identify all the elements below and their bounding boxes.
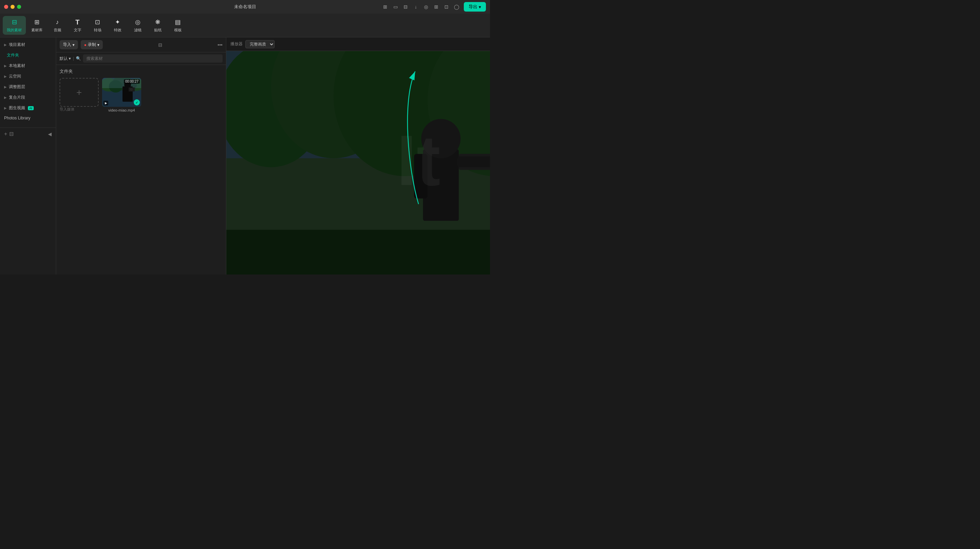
filter-settings-button[interactable]: ⊟: [158, 42, 162, 48]
record-button[interactable]: ● 录制 ▾: [81, 40, 103, 49]
search-bar: 默认 ▾ | 🔍: [56, 52, 226, 65]
filter-label: 滤镜: [134, 27, 142, 33]
titlebar-actions: ⊞ ▭ ⊟ ↓ ◎ ⊞ ⊡ ◯ 导出 ▾: [382, 2, 486, 11]
video-type-icon: ▶: [103, 101, 108, 105]
export-button[interactable]: 导出 ▾: [464, 2, 486, 11]
media-grid: + 导入媒体: [60, 78, 223, 112]
template-label: 模板: [174, 27, 182, 33]
svg-point-10: [130, 88, 133, 91]
effects-label: 特效: [114, 27, 121, 33]
media-add-item: + 导入媒体: [60, 78, 99, 112]
chevron-right-icon-adj: ▶: [4, 85, 7, 89]
headphone-icon[interactable]: ◎: [423, 4, 429, 10]
preview-video: It: [226, 51, 490, 274]
text-icon: T: [73, 18, 82, 26]
toolbar-assets-lib[interactable]: ⊞ 素材库: [27, 16, 47, 35]
search-input[interactable]: [83, 54, 223, 63]
preview-area: 播放器 完整画质 ⊞ 🖼: [226, 37, 490, 274]
sidebar-bottom-actions: + ⊟ ◀: [0, 128, 56, 140]
top-toolbar: ⊟ 我的素材 ⊞ 素材库 ♪ 音频 T 文字 ⊡ 转场 ✦ 特效 ◎ 滤镜 ❋ …: [0, 14, 490, 37]
filter-icon: ◎: [134, 18, 142, 26]
video-frame: It: [226, 51, 490, 274]
add-media-label: 导入媒体: [60, 107, 99, 112]
toolbar-filter[interactable]: ◎ 滤镜: [128, 16, 147, 35]
svg-rect-24: [457, 157, 490, 167]
sticker-label: 贴纸: [154, 27, 162, 33]
toolbar-transition[interactable]: ⊡ 转场: [88, 16, 107, 35]
cart-icon[interactable]: ⊡: [443, 4, 450, 10]
video-check-icon: ✓: [134, 99, 140, 105]
svg-text:It: It: [397, 121, 440, 200]
effects-icon: ✦: [114, 18, 122, 26]
chevron-right-icon-local: ▶: [4, 64, 7, 68]
sidebar-item-img2video[interactable]: ▶ 图生视频 AI: [0, 103, 56, 113]
template-icon: ▤: [174, 18, 182, 26]
assets-lib-icon: ⊞: [33, 18, 41, 26]
record-dot-icon: ●: [84, 43, 86, 47]
transition-icon: ⊡: [94, 18, 102, 26]
toolbar-audio[interactable]: ♪ 音频: [48, 16, 67, 35]
video-duration: 00:00:27: [124, 79, 140, 84]
sidebar-item-compound[interactable]: ▶ 复合片段: [0, 92, 56, 103]
audio-label: 音频: [54, 27, 61, 33]
screen-share-icon[interactable]: ⊞: [382, 4, 388, 10]
import-chevron-icon: ▾: [73, 43, 75, 47]
more-options-button[interactable]: •••: [218, 42, 223, 48]
sidebar-item-cloud[interactable]: ▶ 云空间: [0, 71, 56, 82]
center-panel: 播放器 完整画质 ⊞ 🖼: [226, 37, 490, 274]
search-separator: |: [73, 56, 74, 61]
toolbar-my-assets[interactable]: ⊟ 我的素材: [3, 16, 26, 35]
plus-icon: +: [76, 87, 82, 98]
text-label: 文字: [74, 27, 81, 33]
toolbar-effects[interactable]: ✦ 特效: [108, 16, 127, 35]
my-assets-label: 我的素材: [7, 27, 22, 33]
sidebar-section: ▶ 项目素材 文件夹 ▶ 本地素材 ▶ 云空间 ▶ 调整图层 ▶ 复合片段: [0, 37, 56, 125]
transition-label: 转场: [94, 27, 102, 33]
minimize-button[interactable]: [11, 5, 14, 9]
layout-icon[interactable]: ⊟: [402, 4, 409, 10]
delete-folder-button[interactable]: ⊟: [9, 131, 14, 137]
media-content: 文件夹 + 导入媒体: [56, 65, 226, 274]
sidebar-item-folder[interactable]: 文件夹: [0, 50, 56, 60]
video-thumbnail[interactable]: 00:00:27 ✓ ▶: [102, 78, 141, 107]
quality-dropdown[interactable]: 完整画质: [245, 40, 275, 48]
left-sidebar: ▶ 项目素材 文件夹 ▶ 本地素材 ▶ 云空间 ▶ 调整图层 ▶ 复合片段: [0, 37, 56, 274]
sidebar-item-local[interactable]: ▶ 本地素材: [0, 60, 56, 71]
sticker-icon: ❋: [154, 18, 162, 26]
sidebar-item-project-assets[interactable]: ▶ 项目素材: [0, 40, 56, 50]
grid-icon[interactable]: ⊞: [433, 4, 439, 10]
download-icon[interactable]: ↓: [413, 4, 419, 10]
toolbar-sticker[interactable]: ❋ 贴纸: [148, 16, 167, 35]
sort-dropdown[interactable]: 默认 ▾: [60, 56, 71, 62]
player-label: 播放器: [231, 41, 243, 47]
audio-icon: ♪: [53, 18, 62, 26]
chevron-right-icon-cloud: ▶: [4, 75, 7, 78]
chevron-right-icon-comp: ▶: [4, 95, 7, 99]
toolbar-text[interactable]: T 文字: [68, 16, 87, 35]
titlebar: 未命名项目 ⊞ ▭ ⊟ ↓ ◎ ⊞ ⊡ ◯ 导出 ▾: [0, 0, 490, 14]
fullscreen-button[interactable]: [17, 5, 21, 9]
collapse-sidebar-button[interactable]: ◀: [48, 131, 52, 137]
media-item-video: 00:00:27 ✓ ▶ video-miao.mp4: [102, 78, 141, 112]
traffic-lights: [4, 5, 21, 9]
record-chevron-icon: ▾: [97, 43, 99, 47]
folder-title: 文件夹: [60, 68, 223, 75]
window-title: 未命名项目: [234, 4, 256, 10]
preview-header: 播放器 完整画质 ⊞ 🖼: [226, 37, 490, 51]
chevron-right-icon: ▶: [4, 43, 7, 47]
user-icon[interactable]: ◯: [453, 4, 460, 10]
toolbar-template[interactable]: ▤ 模板: [169, 16, 187, 35]
search-icon: 🔍: [76, 56, 81, 61]
monitor-icon[interactable]: ▭: [392, 4, 398, 10]
media-toolbar: 导入 ▾ ● 录制 ▾ ⊟ •••: [56, 37, 226, 52]
close-button[interactable]: [4, 5, 8, 9]
add-folder-button[interactable]: +: [4, 131, 7, 137]
chevron-right-icon-img2v: ▶: [4, 106, 7, 110]
my-assets-icon: ⊟: [10, 18, 18, 26]
import-button[interactable]: 导入 ▾: [60, 40, 78, 49]
video-filename: video-miao.mp4: [102, 108, 141, 112]
add-media-button[interactable]: +: [60, 78, 99, 107]
sidebar-item-photos[interactable]: Photos Library: [0, 113, 56, 123]
svg-rect-18: [226, 230, 490, 274]
sidebar-item-adjustment[interactable]: ▶ 调整图层: [0, 82, 56, 92]
